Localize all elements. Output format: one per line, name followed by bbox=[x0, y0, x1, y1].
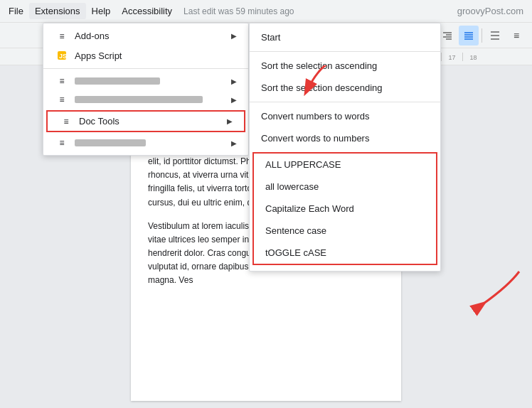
submenu-lowercase[interactable]: all lowercase bbox=[254, 176, 436, 198]
dropdown-blurred-3[interactable]: ≡ ▶ bbox=[43, 134, 248, 152]
dropdown-blurred-1[interactable]: ≡ ▶ bbox=[43, 72, 248, 90]
addons-label: Add-ons bbox=[75, 31, 109, 41]
addons-arrow: ▶ bbox=[231, 32, 237, 40]
submenu-convert-words[interactable]: Convert words to numbers bbox=[250, 127, 440, 149]
toolbar-align-justify[interactable] bbox=[459, 26, 479, 45]
submenu-sentence-label: Sentence case bbox=[265, 225, 326, 236]
menu-extensions[interactable]: Extensions bbox=[29, 3, 86, 19]
menu-accessibility[interactable]: Accessibility bbox=[116, 3, 178, 19]
blurred3-text bbox=[75, 139, 146, 146]
doc-tools-label: Doc Tools bbox=[79, 116, 119, 127]
blurred1-arrow: ▶ bbox=[231, 77, 237, 85]
submenu-convert-num-label: Convert numbers to words bbox=[261, 111, 369, 122]
ruler-tick-18: 18 bbox=[462, 53, 484, 61]
dropdown-blurred-2[interactable]: ≡ ▶ bbox=[43, 90, 248, 109]
blurred3-arrow: ▶ bbox=[231, 139, 237, 147]
doc-tools-icon: ≡ bbox=[59, 117, 73, 127]
menu-bar: File Extensions Help Accessibility Last … bbox=[0, 0, 532, 23]
submenu-case-section: ALL UPPERCASE all lowercase Capitalize E… bbox=[252, 152, 437, 265]
blurred2-arrow: ▶ bbox=[231, 96, 237, 104]
submenu-uppercase-label: ALL UPPERCASE bbox=[265, 159, 341, 170]
menu-file[interactable]: File bbox=[3, 3, 29, 19]
apps-script-icon: JS bbox=[55, 50, 69, 61]
red-arrow-2 bbox=[469, 264, 526, 323]
submenu-sort-desc-label: Sort the selection descending bbox=[261, 82, 383, 93]
submenu-sort-desc[interactable]: Sort the selection descending bbox=[250, 77, 440, 99]
site-name: groovyPost.com bbox=[457, 6, 523, 16]
dropdown-apps-script[interactable]: JS Apps Script bbox=[43, 45, 248, 65]
apps-script-label: Apps Script bbox=[75, 50, 122, 61]
doc-tools-submenu: Start Sort the selection ascending Sort … bbox=[249, 23, 441, 272]
dropdown-doc-tools[interactable]: ≡ Doc Tools ▶ bbox=[46, 110, 245, 132]
blurred2-text bbox=[75, 96, 203, 103]
blurred3-icon: ≡ bbox=[55, 138, 69, 148]
submenu-sort-asc[interactable]: Sort the selection ascending bbox=[250, 55, 440, 77]
doc-tools-arrow: ▶ bbox=[227, 117, 233, 125]
toolbar-line-spacing[interactable] bbox=[485, 26, 505, 45]
blurred2-icon: ≡ bbox=[55, 95, 69, 104]
submenu-toggle-label: tOGGLE cASE bbox=[265, 247, 326, 258]
submenu-convert-words-label: Convert words to numbers bbox=[261, 133, 369, 144]
blurred1-text bbox=[75, 77, 160, 85]
menu-help[interactable]: Help bbox=[86, 3, 117, 19]
submenu-capitalize[interactable]: Capitalize Each Word bbox=[254, 198, 436, 220]
last-edit-text: Last edit was 59 minutes ago bbox=[183, 6, 294, 16]
submenu-convert-num[interactable]: Convert numbers to words bbox=[250, 105, 440, 127]
blurred1-icon: ≡ bbox=[55, 76, 69, 86]
extensions-dropdown: ≡ Add-ons ▶ JS Apps Script ≡ ▶ ≡ ▶ ≡ Doc… bbox=[43, 23, 249, 156]
submenu-start-label: Start bbox=[261, 32, 280, 43]
submenu-toggle[interactable]: tOGGLE cASE bbox=[254, 242, 436, 264]
ruler-tick-17: 17 bbox=[441, 53, 462, 61]
submenu-sentence[interactable]: Sentence case bbox=[254, 220, 436, 242]
dropdown-divider-1 bbox=[43, 68, 248, 69]
submenu-uppercase[interactable]: ALL UPPERCASE bbox=[254, 154, 436, 176]
submenu-divider-2 bbox=[250, 102, 440, 102]
submenu-capitalize-label: Capitalize Each Word bbox=[265, 203, 354, 214]
addons-icon: ≡ bbox=[55, 31, 69, 41]
submenu-divider-1 bbox=[250, 51, 440, 52]
svg-text:JS: JS bbox=[59, 53, 67, 60]
submenu-lowercase-label: all lowercase bbox=[265, 181, 319, 192]
toolbar-sep1 bbox=[482, 28, 482, 43]
dropdown-addons[interactable]: ≡ Add-ons ▶ bbox=[43, 26, 248, 45]
submenu-sort-asc-label: Sort the selection ascending bbox=[261, 60, 377, 71]
submenu-start[interactable]: Start bbox=[250, 26, 440, 48]
toolbar-more-options[interactable]: ≡ bbox=[506, 26, 526, 45]
